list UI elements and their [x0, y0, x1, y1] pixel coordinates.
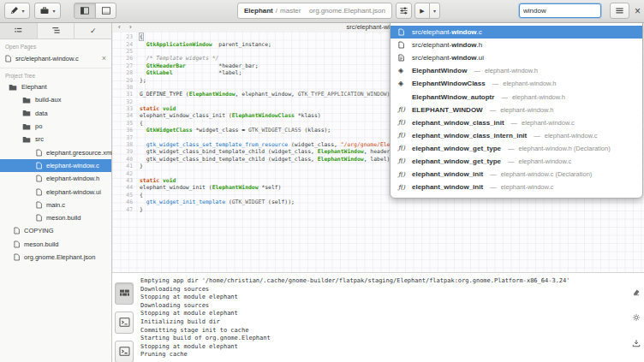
file-icon	[36, 149, 42, 157]
result-location: elephant-window.h	[500, 106, 553, 114]
file-icon	[398, 41, 412, 49]
tab-build-checks[interactable]: ✓	[75, 22, 111, 39]
result-location: elephant-window.h	[485, 67, 538, 74]
tree-item-label: Elephant	[21, 83, 47, 91]
run-button[interactable]: ▶	[414, 3, 430, 19]
result-name: ElephantWindow	[412, 67, 467, 74]
search-result[interactable]: ƒ()elephant_window_get_type—elephant-win…	[391, 142, 642, 155]
search-result[interactable]: ƒ()elephant_window_init—elephant-window.…	[391, 181, 642, 193]
result-name: elephant_window_class_intern_init	[412, 132, 527, 139]
file-icon	[5, 55, 11, 62]
search-result[interactable]: ƒ()elephant_window_class_init—elephant-w…	[391, 116, 642, 129]
tree-item-meson-build[interactable]: meson.build	[0, 211, 111, 224]
file-icon	[398, 28, 412, 36]
tab-open-pages[interactable]	[0, 22, 38, 39]
line-number: 46	[112, 199, 140, 205]
terminal-icon	[119, 315, 130, 330]
search-result[interactable]: src/elephant-window.ui	[391, 51, 642, 64]
gnome-builder-window: ▾ ▾ Elephant / master org.gnome.Elephant…	[0, 0, 644, 362]
build-output-log[interactable]: Emptying app dir '/home/christian/.cache…	[140, 277, 629, 359]
tree-item-main-c[interactable]: main.c	[0, 199, 111, 211]
manifest-name: org.gnome.Elephant.json	[309, 7, 385, 15]
tree-item-elephant-window-c[interactable]: elephant-window.c	[0, 159, 111, 172]
tree-item-elephant[interactable]: Elephant	[0, 80, 111, 93]
tree-item-label: main.c	[46, 201, 65, 209]
search-result[interactable]: src/elephant-window.h	[391, 39, 642, 51]
result-name: ElephantWindow_autoptr	[412, 93, 494, 101]
tree-item-elephant-window-h[interactable]: elephant-window.h	[0, 172, 111, 185]
tree-item-src[interactable]: src	[0, 133, 111, 145]
line-number: 26	[112, 55, 140, 62]
sliders-icon	[399, 3, 408, 19]
project-menu-button[interactable]: ▾	[34, 3, 61, 19]
result-name: elephant_window_class_init	[412, 119, 504, 127]
function-icon: ƒ()	[398, 157, 412, 164]
line-number: 35	[112, 120, 140, 127]
result-name: elephant_window_init	[412, 170, 483, 178]
toggle-bottom-panel-button[interactable]	[95, 3, 116, 19]
code-text: GtkHeaderBar *header_bar;	[140, 62, 259, 69]
line-number: 28	[112, 69, 140, 76]
tree-item-elephant-gresource-xml[interactable]: elephant.gresource.xml	[0, 145, 111, 158]
result-name: src/elephant-window.c	[412, 28, 482, 36]
left-sidebar: ✓ Open Pages src/elephant-window.c × Pro…	[0, 22, 112, 362]
log-settings-button[interactable]	[632, 310, 641, 325]
chevron-down-icon: ▾	[52, 8, 55, 14]
tree-item-meson-build[interactable]: meson.build	[0, 238, 111, 251]
search-result[interactable]: ◈ElephantWindow—elephant-window.h	[391, 64, 642, 77]
runtime-terminal-tab[interactable]	[115, 341, 134, 362]
omnibar[interactable]: Elephant / master org.gnome.Elephant.jso…	[237, 3, 392, 19]
perspective-menu-button[interactable]: ▾	[4, 3, 30, 19]
panel-bottom-icon	[101, 3, 111, 19]
function-icon: ƒ()	[398, 145, 412, 151]
tree-item-elephant-window-ui[interactable]: elephant-window.ui	[0, 185, 111, 198]
eraser-icon	[632, 284, 641, 300]
toggle-left-panel-button[interactable]	[74, 3, 96, 19]
tab-project-tree[interactable]	[38, 22, 75, 39]
window-close-button[interactable]: ×	[632, 3, 643, 19]
open-page-item[interactable]: src/elephant-window.c ×	[0, 51, 111, 65]
result-location: elephant-window.c (Declaration)	[501, 170, 593, 178]
search-result[interactable]: ƒ()elephant_window_get_type—elephant-win…	[391, 155, 642, 168]
code-text: GtkApplicationWindow parent_instance;	[140, 41, 271, 48]
code-text: gtk_widget_class_bind_template_child (wi…	[140, 156, 393, 163]
build-config-button[interactable]	[396, 3, 412, 19]
close-page-icon[interactable]: ×	[102, 54, 106, 62]
dash-separator: —	[501, 93, 508, 101]
menu-button[interactable]	[610, 3, 629, 19]
global-search-input[interactable]	[519, 3, 601, 18]
tree-item-org-gnome-elephant-json[interactable]: org.gnome.Elephant.json	[0, 251, 111, 264]
function-icon: ƒ()	[398, 132, 412, 139]
result-name: elephant_window_get_type	[412, 157, 501, 165]
tree-item-label: meson.build	[46, 214, 80, 222]
search-result[interactable]: ƒ()ELEPHANT_WINDOW—elephant-window.h	[391, 104, 642, 116]
terminal-tab[interactable]	[115, 312, 134, 334]
result-location: elephant-window.c	[501, 183, 554, 191]
run-options-button[interactable]: ▾	[429, 3, 440, 19]
class-icon: ◈	[398, 67, 412, 74]
file-icon	[36, 201, 42, 209]
clear-log-button[interactable]	[632, 284, 641, 300]
line-number: 34	[112, 112, 140, 119]
code-text: static void	[140, 105, 176, 112]
folder-icon	[22, 110, 31, 116]
search-result[interactable]: ElephantWindow_autoptr—elephant-window.h	[391, 90, 642, 103]
search-result[interactable]: ◈ElephantWindowClass—elephant-window.h	[391, 77, 642, 90]
open-page-label: src/elephant-window.c	[15, 55, 79, 62]
result-name: src/elephant-window.h	[412, 41, 482, 49]
search-result[interactable]: ƒ()elephant_window_class_intern_init—ele…	[391, 129, 642, 142]
tree-item-build-aux[interactable]: build-aux	[0, 93, 111, 106]
search-result[interactable]: src/elephant-window.c	[391, 26, 642, 39]
tree-item-label: elephant-window.ui	[46, 188, 101, 196]
tree-item-copying[interactable]: COPYING	[0, 224, 111, 237]
code-text: G_DEFINE_TYPE (ElephantWindow, elephant_…	[140, 91, 390, 98]
save-log-button[interactable]	[632, 335, 641, 351]
folder-icon	[22, 136, 31, 143]
tree-item-po[interactable]: po	[0, 120, 111, 133]
build-output-tab[interactable]	[115, 282, 134, 305]
file-icon	[36, 188, 42, 196]
line-number: 38	[112, 141, 140, 148]
folder-icon	[22, 123, 31, 130]
tree-item-data[interactable]: data	[0, 107, 111, 120]
search-result[interactable]: ƒ()elephant_window_init—elephant-window.…	[391, 168, 642, 181]
